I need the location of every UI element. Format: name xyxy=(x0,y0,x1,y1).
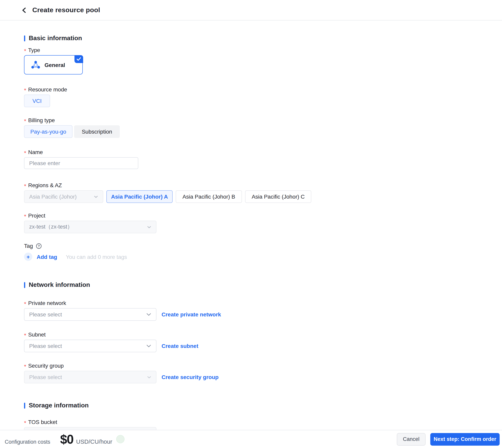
chevron-down-icon xyxy=(94,195,98,198)
resource-mode-label-text: Resource mode xyxy=(28,86,67,93)
billing-type-label: * Billing type xyxy=(24,117,120,124)
name-label: * Name xyxy=(24,148,138,156)
required-asterisk: * xyxy=(24,419,26,426)
project-label-text: Project xyxy=(28,212,45,219)
private-network-select[interactable]: Please select xyxy=(24,308,156,321)
private-network-label-text: Private network xyxy=(28,300,66,306)
field-security-group: * Security group Please select Create se… xyxy=(24,362,218,383)
field-project: * Project zx-test（zx-test） xyxy=(24,212,156,233)
field-type: * Type General xyxy=(24,47,83,75)
create-private-network-link[interactable]: Create private network xyxy=(162,311,221,318)
section-accent-bar xyxy=(24,35,25,41)
tag-label-text: Tag xyxy=(24,243,33,249)
costs-unit: USD/CU/hour xyxy=(76,438,112,445)
tag-label: Tag ? xyxy=(24,243,127,249)
security-group-label: * Security group xyxy=(24,362,218,369)
type-option-general[interactable]: General xyxy=(24,55,83,75)
next-step-button[interactable]: Next step: Confirm order xyxy=(430,433,500,446)
top-bar: Create resource pool xyxy=(0,0,502,20)
resource-mode-label: * Resource mode xyxy=(24,86,67,93)
tag-hint: You can add 0 more tags xyxy=(66,254,127,260)
costs-label: Configuration costs xyxy=(5,439,50,445)
check-icon xyxy=(76,57,81,61)
field-regions-az: * Regions & AZ Asia Pacific (Johor) Asia… xyxy=(24,182,311,203)
subnet-label-text: Subnet xyxy=(28,331,46,338)
chevron-down-icon xyxy=(147,225,151,228)
az-option-b[interactable]: Asia Pacific (Johor) B xyxy=(176,190,242,203)
field-name: * Name xyxy=(24,148,138,169)
field-billing-type: * Billing type Pay-as-you-go Subscriptio… xyxy=(24,117,120,138)
section-accent-bar xyxy=(24,402,25,408)
project-select-value: zx-test（zx-test） xyxy=(29,224,73,230)
status-dot-icon xyxy=(116,435,125,443)
footer-actions: Cancel Next step: Confirm order xyxy=(397,433,500,446)
billing-type-label-text: Billing type xyxy=(28,117,55,124)
costs-amount: $0 xyxy=(60,433,73,446)
cancel-button[interactable]: Cancel xyxy=(397,433,426,446)
section-storage-information: Storage information xyxy=(24,402,89,409)
configuration-costs: Configuration costs $0 USD/CU/hour xyxy=(5,433,112,446)
chevron-down-icon xyxy=(146,313,151,316)
add-tag-plus-icon[interactable]: + xyxy=(24,253,32,261)
field-private-network: * Private network Please select Create p… xyxy=(24,300,221,321)
subnet-select[interactable]: Please select xyxy=(24,340,156,352)
region-select[interactable]: Asia Pacific (Johor) xyxy=(24,190,103,203)
footer-bar: Configuration costs $0 USD/CU/hour Cance… xyxy=(0,430,502,448)
required-asterisk: * xyxy=(24,87,26,94)
svg-text:?: ? xyxy=(38,244,40,248)
required-asterisk: * xyxy=(24,182,26,190)
section-network-title: Network information xyxy=(29,281,90,288)
field-subnet: * Subnet Please select Create subnet xyxy=(24,331,198,352)
security-group-placeholder: Please select xyxy=(29,374,62,380)
chevron-left-icon xyxy=(22,7,26,13)
page-title: Create resource pool xyxy=(32,6,100,14)
tos-bucket-label-text: TOS bucket xyxy=(28,418,57,426)
tos-bucket-label: * TOS bucket xyxy=(24,418,156,426)
cluster-icon xyxy=(31,60,41,70)
back-button[interactable] xyxy=(21,6,27,14)
type-option-label: General xyxy=(45,62,65,68)
region-select-value: Asia Pacific (Johor) xyxy=(29,193,77,200)
create-security-group-link[interactable]: Create security group xyxy=(162,374,218,380)
required-asterisk: * xyxy=(24,363,26,370)
project-label: * Project xyxy=(24,212,156,219)
security-group-select[interactable]: Please select xyxy=(24,371,156,383)
create-resource-pool-page: Create resource pool Basic information *… xyxy=(0,0,502,448)
section-basic-information: Basic information xyxy=(24,35,82,42)
billing-option-pay-as-you-go[interactable]: Pay-as-you-go xyxy=(24,125,72,138)
az-option-a[interactable]: Asia Pacific (Johor) A xyxy=(106,190,173,203)
private-network-label: * Private network xyxy=(24,300,221,306)
required-asterisk: * xyxy=(24,149,26,156)
selected-check-badge xyxy=(74,55,83,63)
section-basic-title: Basic information xyxy=(29,35,82,42)
field-resource-mode: * Resource mode VCI xyxy=(24,86,67,107)
help-icon[interactable]: ? xyxy=(36,243,42,249)
create-subnet-link[interactable]: Create subnet xyxy=(162,343,198,349)
regions-az-label: * Regions & AZ xyxy=(24,182,311,189)
required-asterisk: * xyxy=(24,47,26,54)
regions-az-label-text: Regions & AZ xyxy=(28,182,62,189)
required-asterisk: * xyxy=(24,213,26,220)
name-label-text: Name xyxy=(28,148,43,156)
billing-option-subscription[interactable]: Subscription xyxy=(74,125,120,138)
section-storage-title: Storage information xyxy=(29,402,89,409)
subnet-label: * Subnet xyxy=(24,331,198,338)
subnet-placeholder: Please select xyxy=(29,343,62,349)
required-asterisk: * xyxy=(24,332,26,339)
name-input[interactable] xyxy=(24,157,138,169)
type-label: * Type xyxy=(24,47,83,54)
private-network-placeholder: Please select xyxy=(29,311,62,318)
chevron-down-icon xyxy=(146,344,151,348)
chevron-down-icon xyxy=(147,376,151,378)
type-label-text: Type xyxy=(28,47,40,54)
required-asterisk: * xyxy=(24,117,26,125)
section-accent-bar xyxy=(24,282,25,288)
required-asterisk: * xyxy=(24,300,26,307)
field-tag: Tag ? + Add tag You can add 0 more tags xyxy=(24,243,127,261)
security-group-label-text: Security group xyxy=(28,362,64,369)
add-tag-button[interactable]: Add tag xyxy=(37,254,57,260)
project-select[interactable]: zx-test（zx-test） xyxy=(24,221,156,233)
section-network-information: Network information xyxy=(24,281,90,288)
az-option-c[interactable]: Asia Pacific (Johor) C xyxy=(245,190,311,203)
resource-mode-option-vci[interactable]: VCI xyxy=(24,95,50,107)
